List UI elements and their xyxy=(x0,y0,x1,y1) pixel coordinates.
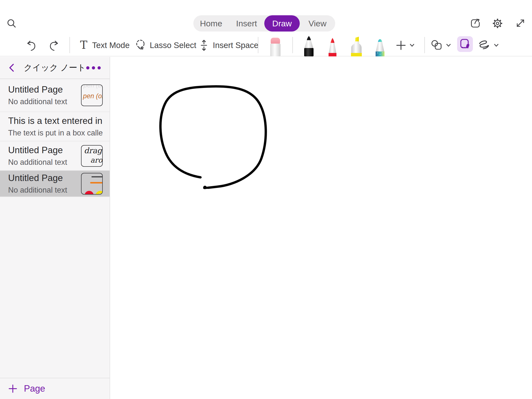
insert-space-label: Insert Space xyxy=(213,41,258,50)
ink-note-icon xyxy=(459,38,471,50)
ribbon-tabbar: Home Insert Draw View xyxy=(193,15,335,32)
chevron-down-icon xyxy=(409,42,415,49)
sidebar-header: クイック ノート xyxy=(0,57,110,79)
toolbar-divider xyxy=(69,37,70,53)
page-title: Untitled Page xyxy=(8,145,81,155)
toolbar-divider xyxy=(258,37,258,53)
plus-icon xyxy=(8,384,17,393)
page-title: This is a text entered in... xyxy=(8,116,103,126)
highlighter-yellow-tool[interactable] xyxy=(349,36,364,56)
page-title: Untitled Page xyxy=(8,173,81,183)
draw-toolbar: T Text Mode Lasso Select Insert Space xyxy=(0,34,532,56)
pen-teal-tool[interactable] xyxy=(373,38,387,56)
page-subtitle: No additional text xyxy=(8,158,81,167)
page-thumbnail xyxy=(81,173,103,195)
tab-insert[interactable]: Insert xyxy=(229,15,264,32)
plus-icon xyxy=(395,39,407,51)
chevron-down-icon xyxy=(445,42,452,49)
search-icon[interactable] xyxy=(6,18,17,29)
pen-black-tool[interactable] xyxy=(301,36,317,56)
scribble-button[interactable] xyxy=(477,34,499,56)
page-title: Untitled Page xyxy=(8,84,81,95)
eraser-tool[interactable] xyxy=(268,37,282,56)
thumbnail-text: pen (bl xyxy=(83,84,103,89)
tab-home[interactable]: Home xyxy=(193,15,229,32)
add-page-button[interactable]: Page xyxy=(0,378,110,399)
svg-text:T: T xyxy=(80,39,87,51)
text-mode-label: Text Mode xyxy=(92,41,130,50)
add-pen-button[interactable] xyxy=(395,34,415,56)
onenote-app: Home Insert Draw View xyxy=(0,0,532,399)
settings-gear-icon[interactable] xyxy=(492,17,503,29)
tab-draw[interactable]: Draw xyxy=(264,15,300,32)
redo-button[interactable] xyxy=(48,34,60,56)
more-options-icon[interactable] xyxy=(86,66,101,69)
text-mode-button[interactable]: T Text Mode xyxy=(79,34,130,56)
shapes-button[interactable] xyxy=(431,34,452,56)
shapes-icon xyxy=(431,39,443,51)
insert-space-button[interactable]: Insert Space xyxy=(199,34,258,56)
text-mode-icon: T xyxy=(79,39,89,52)
add-page-label: Page xyxy=(24,383,45,394)
page-subtitle: No additional text xyxy=(8,97,81,106)
undo-button[interactable] xyxy=(25,34,37,56)
header: Home Insert Draw View xyxy=(0,0,532,56)
pen-red-tool[interactable] xyxy=(325,37,340,56)
lasso-label: Lasso Select xyxy=(150,41,196,50)
page-subtitle: No additional text xyxy=(8,186,81,195)
share-icon[interactable] xyxy=(469,17,481,29)
page-subtitle: The text is put in a box called... xyxy=(8,129,103,137)
lasso-icon xyxy=(134,39,146,52)
lasso-select-button[interactable]: Lasso Select xyxy=(134,34,196,56)
page-list-item-2[interactable]: This is a text entered in... The text is… xyxy=(0,112,110,141)
ink-stroke-circle xyxy=(111,57,532,399)
page-list-item-1[interactable]: Untitled Page No additional text pen (bl… xyxy=(0,79,110,112)
chevron-down-icon xyxy=(493,42,499,49)
insert-space-icon xyxy=(199,39,209,52)
thumbnail-text: pen (ora xyxy=(83,92,103,100)
page-list-item-4-selected[interactable]: Untitled Page No additional text xyxy=(0,171,110,197)
thumbnail-text: drag xyxy=(84,146,102,155)
ink-note-tool-active[interactable] xyxy=(457,36,473,52)
page-list-sidebar: クイック ノート Untitled Page No additional tex… xyxy=(0,57,110,399)
fullscreen-expand-icon[interactable] xyxy=(515,17,526,29)
scribble-icon xyxy=(477,39,491,51)
page-thumbnail: pen (bl pen (ora xyxy=(81,84,103,106)
tab-view[interactable]: View xyxy=(300,15,335,32)
toolbar-divider xyxy=(424,37,425,53)
toolbar-divider xyxy=(292,37,293,53)
page-thumbnail: drag arou xyxy=(81,145,103,167)
thumbnail-text: arou xyxy=(90,156,103,164)
drawing-canvas[interactable] xyxy=(111,57,532,399)
page-list-item-3[interactable]: Untitled Page No additional text drag ar… xyxy=(0,141,110,171)
